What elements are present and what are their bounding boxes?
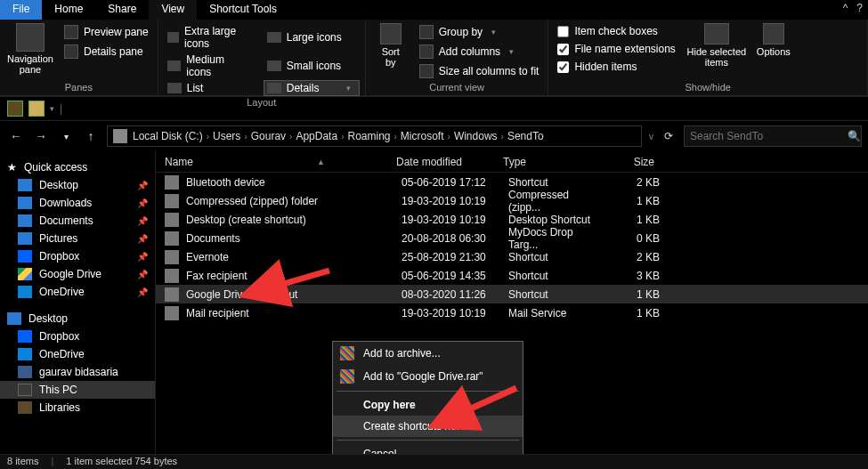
tab-share[interactable]: Share	[95, 0, 149, 20]
sidebar-quick-access[interactable]: ★Quick access	[0, 158, 155, 176]
ico-pc	[18, 384, 32, 396]
tab-home[interactable]: Home	[42, 0, 95, 20]
sidebar-item-gaurav-bidasaria[interactable]: gaurav bidasaria	[0, 363, 155, 381]
ctx-create-shortcuts-here[interactable]: Create shortcuts here	[333, 416, 523, 437]
navigation-pane-button[interactable]: Navigation pane	[5, 23, 55, 75]
pin-icon: 📌	[137, 287, 148, 297]
options-button[interactable]: Options	[754, 23, 793, 57]
crumb[interactable]: Microsoft	[397, 130, 448, 142]
sort-asc-icon: ▲	[317, 158, 325, 166]
sidebar-item-onedrive[interactable]: OneDrive	[0, 345, 155, 363]
layout-extra-large-icons[interactable]: Extra large icons	[164, 23, 260, 52]
column-size[interactable]: Size	[601, 156, 663, 168]
ico-blue	[18, 214, 32, 227]
crumb[interactable]: Local Disk (C:)	[129, 130, 207, 142]
sort-by-icon	[380, 23, 402, 44]
size-columns-button[interactable]: Size all columns to fit	[416, 62, 543, 80]
column-type[interactable]: Type	[494, 156, 601, 168]
add-columns-button[interactable]: Add columns▾	[416, 43, 543, 61]
layout-list[interactable]: List	[164, 80, 260, 96]
column-name[interactable]: Name▲	[156, 156, 387, 168]
ico-onedrive	[18, 286, 32, 298]
sidebar-item-pictures[interactable]: Pictures📌	[0, 230, 155, 247]
archive-icon	[340, 346, 354, 360]
ctx-copy-here[interactable]: Copy here	[333, 394, 523, 416]
sidebar-desktop-header[interactable]: Desktop	[0, 310, 155, 327]
sidebar-item-desktop[interactable]: Desktop📌	[0, 176, 155, 194]
crumb[interactable]: AppData	[292, 130, 341, 142]
ico-onedrive	[18, 348, 32, 360]
pin-icon: 📌	[137, 181, 148, 190]
sidebar: ★Quick access Desktop📌Downloads📌Document…	[0, 151, 156, 454]
folder-icon	[28, 101, 45, 117]
chevron-down-icon: ▾	[509, 47, 514, 56]
qat-dropdown-icon[interactable]: ▾	[50, 104, 54, 113]
file-row[interactable]: Evernote25-08-2019 21:30Shortcut2 KB	[156, 247, 868, 266]
preview-pane-icon	[64, 25, 78, 39]
address-history-icon[interactable]: v	[649, 132, 653, 142]
tab-shortcut-tools[interactable]: Shortcut Tools	[197, 0, 289, 20]
fit-columns-icon	[419, 64, 434, 78]
up-button[interactable]: ↑	[82, 129, 100, 143]
sidebar-item-google-drive[interactable]: Google Drive📌	[0, 265, 155, 283]
layout-details[interactable]: Details▾	[264, 80, 360, 96]
sidebar-item-onedrive[interactable]: OneDrive📌	[0, 283, 155, 301]
tab-view[interactable]: View	[149, 0, 197, 20]
file-row[interactable]: Compressed (zipped) folder19-03-2019 10:…	[156, 191, 868, 210]
file-icon	[165, 287, 179, 302]
options-icon	[763, 23, 784, 44]
sidebar-item-dropbox[interactable]: Dropbox📌	[0, 247, 155, 265]
crumb[interactable]: Windows	[450, 130, 501, 142]
ribbon-collapse-icon[interactable]: ^	[843, 2, 848, 14]
drive-icon	[113, 129, 127, 143]
layout-small-icons[interactable]: Small icons	[264, 52, 360, 80]
recent-locations-button[interactable]: ▾	[57, 132, 75, 142]
tab-file[interactable]: File	[0, 0, 42, 20]
crumb[interactable]: SendTo	[504, 130, 548, 142]
layout-icon	[267, 61, 281, 71]
column-date[interactable]: Date modified	[387, 156, 494, 168]
pin-icon: 📌	[137, 234, 148, 244]
file-row[interactable]: Documents20-08-2018 06:30MyDocs Drop Tar…	[156, 229, 868, 247]
hidden-items-toggle[interactable]: Hidden items	[554, 59, 678, 75]
ribbon-group-show-hide: Item check boxes File name extensions Hi…	[548, 20, 868, 95]
search-icon: 🔍	[848, 130, 861, 142]
crumb[interactable]: Gourav	[247, 130, 289, 142]
preview-pane-toggle[interactable]: Preview pane	[61, 23, 152, 41]
refresh-button[interactable]: ⟳	[661, 130, 677, 142]
hide-selected-button[interactable]: Hide selected items	[685, 23, 749, 68]
sidebar-item-libraries[interactable]: Libraries	[0, 399, 155, 416]
file-row[interactable]: Fax recipient05-06-2019 14:35Shortcut3 K…	[156, 266, 868, 285]
ico-dropbox	[18, 250, 32, 263]
layout-icon	[267, 83, 281, 93]
file-row[interactable]: Google Drive - Shortcut08-03-2020 11:26S…	[156, 285, 868, 303]
group-by-button[interactable]: Group by▾	[416, 23, 543, 41]
pin-icon: 📌	[137, 252, 148, 262]
sidebar-item-downloads[interactable]: Downloads📌	[0, 194, 155, 212]
file-row[interactable]: Mail recipient19-03-2019 10:19Mail Servi…	[156, 303, 868, 322]
file-extensions-toggle[interactable]: File name extensions	[554, 41, 678, 57]
back-button[interactable]: ←	[7, 129, 25, 143]
sidebar-item-dropbox[interactable]: Dropbox	[0, 327, 155, 345]
layout-medium-icons[interactable]: Medium icons	[164, 52, 260, 80]
search-input[interactable]	[684, 125, 862, 147]
ctx-add-to-google-drive-rar-[interactable]: Add to "Google Drive.rar"	[333, 365, 523, 388]
breadcrumb[interactable]: Local Disk (C:)›Users›Gourav›AppData›Roa…	[107, 125, 642, 147]
details-pane-icon	[64, 44, 78, 59]
sort-by-button[interactable]: Sort by	[371, 23, 410, 68]
sidebar-item-documents[interactable]: Documents📌	[0, 212, 155, 230]
forward-button[interactable]: →	[32, 129, 50, 143]
crumb[interactable]: Users	[209, 130, 244, 142]
sidebar-item-this-pc[interactable]: This PC	[0, 381, 155, 399]
help-icon[interactable]: ?	[856, 2, 863, 14]
item-check-boxes-toggle[interactable]: Item check boxes	[554, 23, 678, 39]
file-icon	[165, 231, 179, 246]
pin-icon: 📌	[137, 270, 148, 279]
desktop-icon	[7, 312, 21, 325]
ico-blue	[18, 232, 32, 245]
file-icon	[165, 250, 179, 264]
layout-large-icons[interactable]: Large icons	[264, 23, 360, 52]
ctx-add-to-archive-[interactable]: Add to archive...	[333, 342, 523, 365]
crumb[interactable]: Roaming	[344, 130, 393, 142]
details-pane-toggle[interactable]: Details pane	[61, 43, 152, 61]
